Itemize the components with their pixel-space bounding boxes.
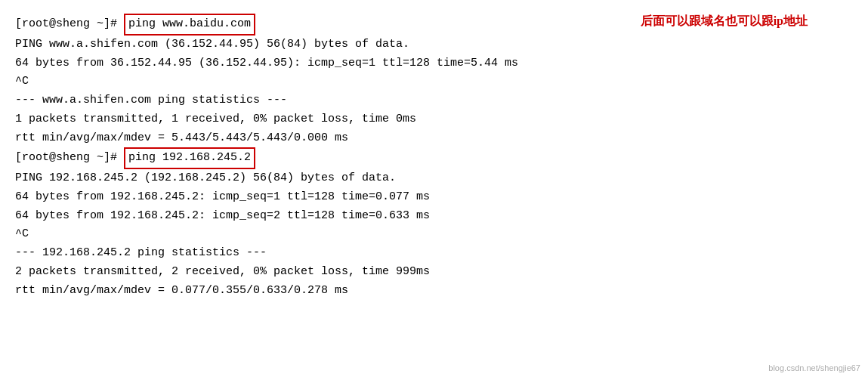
output-text: ^C [15, 73, 29, 91]
output-text: PING www.a.shifen.com (36.152.44.95) 56(… [15, 36, 409, 54]
terminal-line: ^C [15, 225, 853, 244]
terminal-line: rtt min/avg/max/mdev = 0.077/0.355/0.633… [15, 282, 853, 301]
terminal-line: --- 192.168.245.2 ping statistics --- [15, 244, 853, 263]
output-text: --- www.a.shifen.com ping statistics --- [15, 91, 287, 110]
output-text: 64 bytes from 192.168.245.2: icmp_seq=1 … [15, 188, 430, 207]
terminal-output: [root@sheng ~]# ping www.baidu.comPING w… [15, 14, 853, 300]
command-text: ping www.baidu.com [124, 14, 255, 36]
terminal-line: 2 packets transmitted, 2 received, 0% pa… [15, 263, 853, 282]
output-text: PING 192.168.245.2 (192.168.245.2) 56(84… [15, 169, 396, 188]
output-text: 64 bytes from 192.168.245.2: icmp_seq=2 … [15, 207, 430, 226]
output-text: rtt min/avg/max/mdev = 5.443/5.443/5.443… [15, 129, 348, 148]
output-text: 1 packets transmitted, 1 received, 0% pa… [15, 110, 416, 129]
output-text: 64 bytes from 36.152.44.95 (36.152.44.95… [15, 54, 518, 73]
terminal-line: --- www.a.shifen.com ping statistics --- [15, 91, 853, 110]
terminal-line: rtt min/avg/max/mdev = 5.443/5.443/5.443… [15, 129, 853, 148]
terminal-line: PING www.a.shifen.com (36.152.44.95) 56(… [15, 36, 853, 54]
watermark: blog.csdn.net/shengjie67 [768, 363, 860, 372]
terminal-line: [root@sheng ~]# ping 192.168.245.2 [15, 147, 853, 169]
command-text: ping 192.168.245.2 [124, 147, 255, 169]
output-text: --- 192.168.245.2 ping statistics --- [15, 244, 267, 263]
terminal-line: ^C [15, 73, 853, 91]
prompt: [root@sheng ~]# [15, 15, 124, 34]
output-text: 2 packets transmitted, 2 received, 0% pa… [15, 263, 430, 282]
output-text: ^C [15, 225, 29, 244]
main-container: 后面可以跟域名也可以跟ip地址 [root@sheng ~]# ping www… [0, 0, 868, 380]
prompt: [root@sheng ~]# [15, 149, 124, 168]
terminal-line: 1 packets transmitted, 1 received, 0% pa… [15, 110, 853, 129]
annotation-text: 后面可以跟域名也可以跟ip地址 [641, 14, 808, 29]
terminal-line: 64 bytes from 36.152.44.95 (36.152.44.95… [15, 54, 853, 73]
terminal-line: 64 bytes from 192.168.245.2: icmp_seq=2 … [15, 207, 853, 226]
terminal-line: PING 192.168.245.2 (192.168.245.2) 56(84… [15, 169, 853, 188]
terminal-line: 64 bytes from 192.168.245.2: icmp_seq=1 … [15, 188, 853, 207]
output-text: rtt min/avg/max/mdev = 0.077/0.355/0.633… [15, 282, 348, 301]
